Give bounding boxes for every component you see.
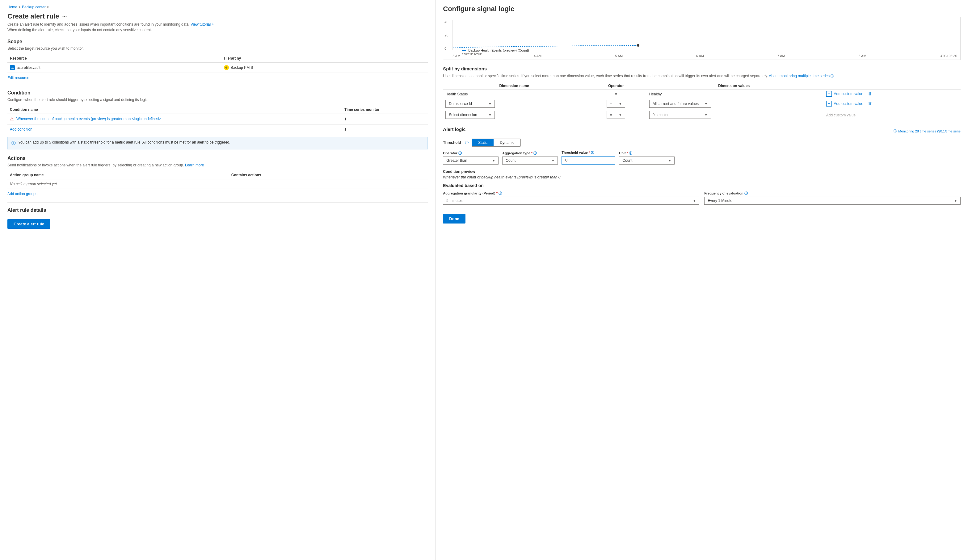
condition-preview-title: Condition preview	[443, 170, 961, 174]
create-alert-rule-button[interactable]: Create alert rule	[7, 219, 50, 229]
add-custom-value-2[interactable]: + Add custom value	[824, 100, 867, 107]
condition-info-text: You can add up to 5 conditions with a st…	[18, 140, 230, 144]
condition-link[interactable]: Whenever the count of backup health even…	[17, 117, 340, 121]
condition-preview: Condition preview Whenever the count of …	[443, 170, 961, 179]
col-resource: Resource	[7, 55, 222, 63]
x-label-8am: 8 AM	[859, 54, 866, 58]
aggregation-type-group: Aggregation type * ⓘ Count ▼	[502, 151, 558, 165]
operator-label: Operator ⓘ	[443, 151, 499, 155]
operator-info-icon: ⓘ	[458, 151, 462, 155]
done-button[interactable]: Done	[443, 214, 466, 223]
more-options-icon[interactable]: ···	[62, 13, 67, 20]
condition-desc: Configure when the alert rule should tri…	[7, 97, 428, 102]
threshold-value-label: Threshold value * ⓘ	[562, 150, 615, 155]
breadcrumb-backup-center[interactable]: Backup center	[22, 5, 46, 9]
page-title: Create alert rule	[7, 12, 59, 20]
x-label-5am: 5 AM	[615, 54, 623, 58]
col-contains-actions: Contains actions	[229, 171, 428, 179]
dim-op-2-dropdown[interactable]: = ▼	[607, 100, 625, 108]
y-label-40: 40	[444, 20, 448, 24]
dim-value-3-dropdown[interactable]: 0 selected ▼	[649, 111, 711, 119]
dim-op-3-dropdown[interactable]: = ▼	[607, 111, 625, 119]
dim-delete-icon-2[interactable]: 🗑	[868, 101, 872, 106]
condition-count: 1	[342, 114, 428, 125]
dim-name-datasource-dropdown[interactable]: Datasource Id ▼	[445, 100, 495, 108]
scope-table: Resource Hierarchy ☁ azurefilesvault ⚙ B…	[7, 55, 428, 73]
col-dim-values: Dimension values	[647, 83, 821, 89]
x-label-6am: 6 AM	[696, 54, 704, 58]
alert-logic-title: Alert logic	[443, 127, 466, 132]
info-icon: ⓘ	[12, 140, 16, 146]
condition-row[interactable]: ⚠ Whenever the count of backup health ev…	[7, 114, 428, 125]
page-description: Create an alert rule to identify and add…	[7, 21, 428, 33]
actions-section: Actions Send notifications or invoke act…	[7, 155, 428, 196]
add-custom-value-1[interactable]: + Add custom value	[824, 90, 867, 97]
granularity-label: Aggregation granularity (Period) * ⓘ	[443, 191, 699, 196]
edit-resource-link[interactable]: Edit resource	[7, 76, 29, 80]
y-label-20: 20	[444, 33, 448, 37]
resource-name: ☁ azurefilesvault	[10, 65, 40, 70]
add-condition-row[interactable]: Add condition 1	[7, 125, 428, 134]
col-hierarchy: Hierarchy	[222, 55, 428, 63]
frequency-dropdown[interactable]: Every 1 Minute ▼	[704, 197, 961, 205]
dim-delete-icon-1[interactable]: 🗑	[868, 91, 872, 96]
threshold-value-group: Threshold value * ⓘ	[562, 150, 615, 165]
frequency-label: Frequency of evaluation ⓘ	[704, 191, 961, 196]
col-action-group: Action group name	[7, 171, 229, 179]
aggregation-dropdown[interactable]: Count ▼	[502, 157, 558, 165]
operator-group: Operator ⓘ Greater than ▼	[443, 151, 499, 165]
static-toggle[interactable]: Static	[472, 139, 494, 146]
threshold-info-icon: ⓘ	[465, 140, 469, 145]
frequency-info-icon: ⓘ	[744, 192, 748, 195]
chevron-down-icon: ▼	[693, 199, 696, 203]
learn-more-link[interactable]: Learn more	[185, 163, 204, 167]
breadcrumb-home[interactable]: Home	[7, 5, 17, 9]
scope-desc: Select the target resource you wish to m…	[7, 46, 428, 51]
split-title: Split by dimensions	[443, 66, 961, 71]
col-condition-name: Condition name	[7, 106, 342, 114]
threshold-value-info-icon: ⓘ	[591, 150, 594, 154]
scope-row: ☁ azurefilesvault ⚙ Backup PM S	[7, 63, 428, 73]
col-time-series: Time series monitor	[342, 106, 428, 114]
frequency-group: Frequency of evaluation ⓘ Every 1 Minute…	[704, 191, 961, 205]
dim-row-3: Select dimension ▼ = ▼ 0 selected	[443, 109, 961, 121]
about-monitoring-link[interactable]: About monitoring multiple time series	[769, 74, 830, 78]
unit-dropdown[interactable]: Count ▼	[619, 157, 675, 165]
aggregation-info-icon: ⓘ	[534, 151, 537, 155]
dynamic-toggle[interactable]: Dynamic	[494, 139, 520, 146]
actions-desc: Send notifications or invoke actions whe…	[7, 163, 428, 167]
threshold-label: Threshold	[443, 140, 461, 145]
chevron-down-icon: ▼	[704, 102, 708, 106]
condition-title: Condition	[7, 90, 428, 96]
select-dimension-dropdown[interactable]: Select dimension ▼	[445, 111, 495, 119]
dim-value-2-dropdown[interactable]: All current and future values ▼	[649, 100, 711, 108]
chevron-down-icon: ▼	[488, 113, 491, 117]
chart-container: 40 20 0 3 AM 4 AM 5 AM 6 AM 7 AM 8 AM UT…	[443, 17, 961, 60]
add-action-groups-link[interactable]: Add action groups	[7, 192, 37, 196]
aggregation-label: Aggregation type * ⓘ	[502, 151, 558, 155]
x-label-4am: 4 AM	[534, 54, 542, 58]
alert-logic-fields: Operator ⓘ Greater than ▼ Aggregation ty…	[443, 150, 961, 165]
eval-title: Evaluated based on	[443, 183, 961, 188]
add-custom-icon-2: +	[826, 101, 832, 106]
split-desc: Use dimensions to monitor specific time …	[443, 73, 961, 79]
granularity-dropdown[interactable]: 5 minutes ▼	[443, 197, 699, 205]
view-tutorial-link[interactable]: View tutorial +	[191, 22, 214, 26]
left-panel: Home > Backup center > Create alert rule…	[0, 0, 436, 560]
chevron-down-icon: ▼	[492, 159, 495, 162]
operator-dropdown[interactable]: Greater than ▼	[443, 157, 499, 165]
chart-legend: Backup Health Events (preview) (Count) a…	[462, 48, 529, 59]
chevron-down-icon: ▼	[488, 102, 491, 106]
error-icon: ⚠	[10, 116, 14, 121]
add-condition-link[interactable]: Add condition	[10, 127, 32, 132]
right-panel: Configure signal logic 40 20 0 3 AM 4 AM…	[436, 0, 968, 560]
threshold-value-input[interactable]	[562, 156, 615, 165]
chevron-down-icon: ▼	[954, 199, 957, 203]
unit-group: Unit * ⓘ Count ▼	[619, 151, 675, 165]
unit-label: Unit * ⓘ	[619, 151, 675, 155]
col-dim-operator: Operator	[585, 83, 647, 89]
chart-y-labels: 40 20 0	[443, 20, 449, 50]
chart-dot	[637, 44, 639, 46]
alert-logic-section: Alert logic ⓘ Monitoring 28 time series …	[443, 127, 961, 165]
breadcrumb: Home > Backup center >	[7, 5, 428, 9]
